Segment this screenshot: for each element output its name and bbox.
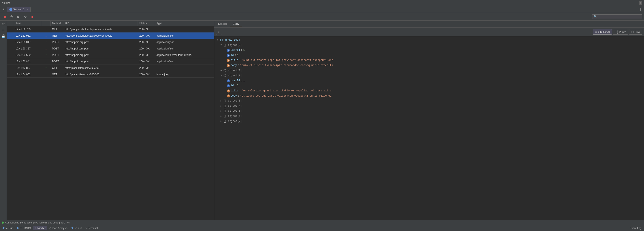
tree-toggle[interactable] — [220, 99, 222, 103]
request-url: http://httpbin.org/post — [63, 39, 138, 45]
table-row[interactable]: 12:41:53.8... ↑ GET http://placekitten.c… — [7, 65, 214, 71]
settings-button[interactable]: ⚙ — [22, 14, 28, 20]
btn-icon: ☰ — [20, 227, 22, 230]
tab-details[interactable]: Details — [215, 21, 230, 27]
tree-toggle[interactable] — [220, 69, 222, 73]
leaf-value: 3 — [237, 83, 238, 88]
type-badge: i — [227, 54, 230, 57]
bottom-btn-git[interactable]: 9:⎇Git — [70, 226, 84, 230]
session-tab[interactable]: Session 1 ✕ — [7, 7, 30, 12]
request-time: 12:41:52.981 — [14, 33, 42, 39]
tab-options-icon[interactable]: ⋮ — [638, 7, 643, 12]
leaf-key: userId — [231, 79, 240, 83]
tree-line: [] array[100] — [216, 38, 643, 43]
tree-object-line: {} object[0] — [220, 43, 643, 48]
tree-leaf-line: i userId : 1 — [223, 48, 643, 53]
col-header-method: Method — [50, 21, 63, 26]
stop-button[interactable]: ■ — [29, 14, 35, 20]
tree-object-line: {} object[2] — [220, 73, 643, 78]
record-button[interactable]: ⏺ — [2, 14, 8, 20]
row-icon — [7, 26, 14, 33]
tree-toggle[interactable] — [220, 114, 222, 118]
left-sidebar: 🗑 ☰ 💾 — [0, 21, 7, 220]
table-row[interactable]: 12:41:52.739 ↑ GET http://jsonplaceholde… — [7, 26, 214, 33]
request-time: 12:41:53.841 — [14, 58, 42, 65]
view-raw-button[interactable]: ◻ Raw — [629, 29, 642, 35]
type-badge: i — [227, 84, 230, 87]
structured-icon: ≡ — [595, 30, 597, 34]
table-row[interactable]: 12:41:53.017 ↑ POST http://httpbin.org/p… — [7, 39, 214, 45]
connection-status-dot — [2, 221, 4, 224]
leaf-colon: : — [241, 79, 242, 83]
bottom-btn-terminal[interactable]: >Terminal — [84, 226, 100, 230]
event-log-button[interactable]: Event Log — [628, 226, 643, 230]
type-badge: i — [227, 49, 230, 52]
request-method: GET — [50, 33, 63, 39]
bottom-btn-niddler[interactable]: ≡Niddler — [33, 226, 47, 230]
tree-object-node: {} object[5] — [216, 109, 643, 114]
request-method: GET — [50, 26, 63, 33]
pretty-icon: { } — [615, 30, 618, 34]
tree-leaf-node: i id : 1 — [220, 53, 643, 58]
request-direction: ↓ — [42, 45, 50, 52]
request-time: 12:41:52.739 — [14, 26, 42, 33]
copy-button[interactable]: ⎘ — [216, 29, 222, 35]
tab-close-icon[interactable]: ✕ — [26, 8, 28, 11]
app-title: Niddler — [2, 2, 10, 5]
tree-toggle[interactable] — [220, 109, 222, 113]
view-pretty-button[interactable]: { } Pretty — [613, 29, 628, 35]
tree-object-label: {} object[0] — [223, 43, 242, 48]
sidebar-save-icon[interactable]: 💾 — [1, 34, 6, 39]
tree-leaf-line: i id : 1 — [223, 53, 643, 58]
tree-leaf-children: i userId : 1 i id : 1 s title : "sunt au… — [220, 48, 643, 68]
tree-object-label: {} object[3] — [223, 99, 242, 103]
bottom-btn-run[interactable]: 4:▶Run — [1, 226, 15, 230]
tree-toggle[interactable] — [220, 119, 222, 123]
settings-icon[interactable]: ⚙ — [639, 1, 642, 5]
tree-toggle[interactable] — [220, 43, 222, 47]
leaf-key: body — [231, 94, 237, 99]
leaf-value: "sunt aut facere repellat provident occa… — [242, 58, 333, 63]
title-bar-left: Niddler — [2, 2, 10, 5]
tab-bar-right: ⋮ — [638, 7, 643, 12]
horizontal-scroll[interactable] — [7, 218, 214, 220]
tree-leaf-line: s body : "quia et suscipit\nsuscipit rec… — [223, 63, 643, 68]
request-type — [155, 65, 214, 71]
table-row[interactable]: 12:41:54.062 ↓ GET http://placekitten.co… — [7, 71, 214, 78]
tree-leaf-line: s title : "ea molestias quasi exercitati… — [223, 88, 643, 94]
request-status: 200 - OK — [138, 33, 155, 39]
bottom-btn-dart-analysis[interactable]: ◇Dart Analysis — [48, 226, 69, 230]
request-status: 200 - OK — [138, 45, 155, 52]
table-row[interactable]: 12:41:53.327 ↓ POST http://httpbin.org/p… — [7, 45, 214, 52]
table-row[interactable]: 12:41:53.562 ↑ POST http://httpbin.org/p… — [7, 52, 214, 58]
timer-button[interactable]: ⏱ — [8, 14, 14, 20]
tree-object-line: {} object[5] — [220, 109, 643, 114]
title-bar-right: ⚙ — [639, 1, 642, 5]
tree-toggle[interactable] — [220, 104, 222, 108]
sidebar-list-icon[interactable]: ☰ — [1, 28, 6, 33]
play-button[interactable]: ▶ — [16, 14, 22, 20]
request-direction: ↓ — [42, 58, 50, 65]
table-row[interactable]: 12:41:52.981 ↓ GET http://jsonplaceholde… — [7, 33, 214, 39]
table-row[interactable]: 12:41:53.841 ↓ POST http://httpbin.org/p… — [7, 58, 214, 65]
down-arrow-icon: ↓ — [45, 60, 47, 63]
right-panel: Details Body ⋮ ⎘ ≡ Structured { } Pretty… — [214, 21, 644, 220]
panel-options-icon[interactable]: ⋮ — [638, 22, 643, 27]
tree-toggle[interactable] — [216, 38, 219, 42]
request-type: application/json — [155, 33, 214, 39]
type-badge: s — [227, 94, 230, 97]
tree-leaf-line: i userId : 1 — [223, 78, 643, 83]
sidebar-delete-icon[interactable]: 🗑 — [1, 22, 6, 27]
request-method: POST — [50, 52, 63, 58]
add-tab-button[interactable]: + — [1, 7, 6, 12]
tree-leaf-line: s body : "et iusto sed quo iure\nvolupta… — [223, 94, 643, 99]
leaf-colon: : — [241, 48, 242, 53]
bottom-btn-todo[interactable]: 6:☰TODO — [16, 226, 33, 230]
tab-body[interactable]: Body — [230, 21, 242, 27]
request-type — [155, 26, 214, 33]
view-structured-button[interactable]: ≡ Structured — [593, 29, 612, 35]
search-input[interactable] — [598, 15, 641, 18]
tree-toggle[interactable] — [220, 74, 222, 78]
btn-label: Run — [8, 227, 13, 230]
up-arrow-icon: ↑ — [45, 27, 47, 31]
